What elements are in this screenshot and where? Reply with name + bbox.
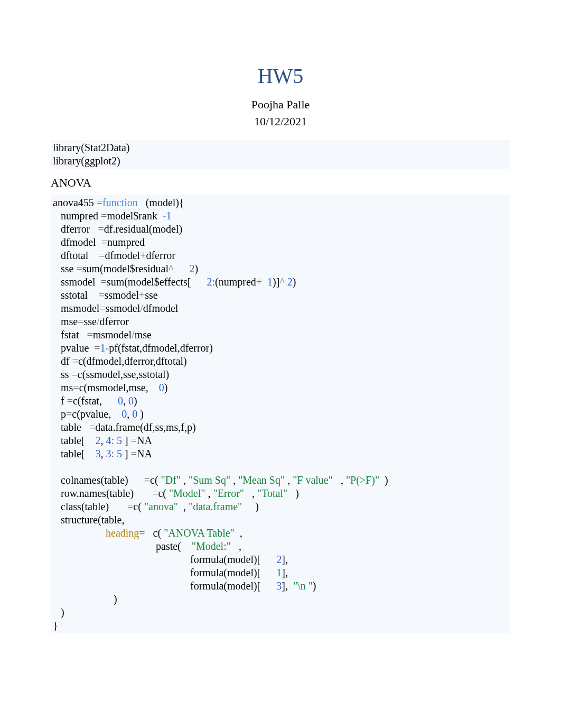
code-line: colnames(table) =c( "Df" , "Sum Sq" , "M… [53,474,388,486]
code-line: sstotal =ssmodel+sse [53,289,158,301]
code-line: table[ 2, 4: 5 ] =NA [53,435,152,446]
code-line: paste( "Model:" , [53,540,241,552]
code-line: formula(model)[ 3], "\n ") [53,580,316,592]
page-title: HW5 [51,63,510,88]
date: 10/12/2021 [51,115,510,128]
code-line: class(table) =c( "anova" , "data.frame" … [53,501,259,512]
code-line: ssmodel =sum(model$effects[ 2:(numpred+ … [53,276,296,288]
code-line: library(ggplot2) [53,155,120,167]
code-line: df =c(dfmodel,dferror,dftotal) [53,355,187,367]
code-line: ss =c(ssmodel,sse,sstotal) [53,368,169,380]
code-line: table =data.frame(df,ss,ms,f,p) [53,421,196,433]
code-line: library(Stat2Data) [53,142,130,153]
code-line: table[ 3, 3: 5 ] =NA [53,448,152,459]
code-line [53,461,55,473]
author: Poojha Palle [51,98,510,112]
code-line: dfmodel =numpred [53,236,145,248]
code-line: numpred =model$rank -1 [53,210,172,222]
code-line: dftotal =dfmodel+dferror [53,250,175,261]
code-line: msmodel=ssmodel/dfmodel [53,302,178,314]
code-line: formula(model)[ 2], [53,554,288,565]
code-line: } [53,620,58,631]
code-line: formula(model)[ 1], [53,567,288,578]
code-line: p=c(pvalue, 0, 0 ) [53,408,144,420]
code-block-2: anova455 =function (model){ numpred =mod… [51,195,510,633]
code-line: mse=sse/dferror [53,316,129,327]
code-line: row.names(table) =c( "Model" , "Error" ,… [53,487,299,499]
code-line: heading= c( "ANOVA Table" , [53,527,242,539]
code-line: ms=c(msmodel,mse, 0) [53,382,167,393]
code-line: fstat =msmodel/mse [53,329,152,340]
code-line: sse =sum(model$residual^ 2) [53,263,198,274]
code-block-1: library(Stat2Data) library(ggplot2) [51,140,510,169]
code-line: structure(table, [53,514,125,526]
code-line: ) [53,593,117,605]
code-line: pvalue =1-pf(fstat,dfmodel,dferror) [53,342,213,354]
code-line: dferror =df.residual(model) [53,223,182,235]
section-heading-anova: ANOVA [51,176,510,190]
code-line: anova455 =function (model){ [53,197,184,208]
code-line: ) [53,606,64,618]
code-line: f =c(fstat, 0, 0) [53,395,137,407]
